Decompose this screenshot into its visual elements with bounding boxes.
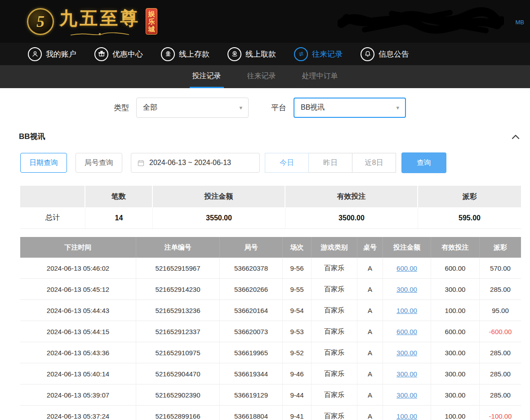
- cell-payout: 285.00: [480, 342, 521, 363]
- cell-order-id: 521652913236: [136, 300, 220, 321]
- withdraw-coin-icon: [227, 47, 241, 61]
- nav-item-announcements[interactable]: 信息公告: [361, 47, 409, 61]
- cell-bet-amount: 100.00: [383, 406, 431, 420]
- col-bet-amount: 投注金额: [383, 237, 431, 258]
- cell-bet-amount: 600.00: [383, 321, 431, 342]
- bell-icon: [361, 47, 374, 61]
- cell-bet-time: 2024-06-13 05:45:12: [20, 279, 136, 299]
- platform-label: 平台: [271, 103, 286, 113]
- logo-number: 5: [36, 12, 45, 31]
- cell-session: 9-52: [283, 342, 312, 363]
- tab-bet-records[interactable]: 投注记录: [190, 65, 224, 88]
- bet-amount-link[interactable]: 100.00: [396, 307, 417, 314]
- type-select[interactable]: 全部 ▾: [136, 98, 249, 118]
- cell-bet-time: 2024-06-13 05:44:43: [20, 300, 136, 321]
- section-title: BB视讯: [19, 131, 45, 142]
- summary-header-empty: [20, 186, 85, 207]
- yesterday-button[interactable]: 昨日: [308, 153, 352, 173]
- cell-table-no: A: [357, 406, 383, 420]
- cell-bet-time: 2024-06-13 05:43:36: [20, 342, 136, 363]
- bet-amount-link[interactable]: 300.00: [396, 370, 417, 378]
- cell-bet-amount: 300.00: [383, 279, 431, 299]
- type-select-value: 全部: [143, 103, 157, 112]
- cell-round-id: 536618804: [220, 406, 283, 420]
- nav-label: 信息公告: [379, 49, 409, 59]
- main-nav: 我的账户 优惠中心 线上存款 线上取款 往来记录: [0, 43, 530, 65]
- cell-table-no: A: [357, 279, 383, 299]
- date-range-input[interactable]: 2024-06-13 ~ 2024-06-13: [131, 153, 260, 173]
- chevron-down-icon: ▾: [239, 104, 242, 111]
- summary-header-payout: 派彩: [418, 186, 521, 207]
- date-query-button[interactable]: 日期查询: [20, 153, 67, 173]
- top-header: 5 九五至尊 娱乐城 MB: [0, 0, 530, 43]
- bet-amount-link[interactable]: 600.00: [396, 328, 417, 335]
- cell-game-type: 百家乐: [312, 258, 357, 278]
- col-round-id: 局号: [220, 237, 283, 258]
- nav-item-my-account[interactable]: 我的账户: [28, 47, 76, 61]
- summary-total-row: 总计 14 3550.00 3500.00 595.00: [20, 207, 521, 229]
- cell-round-id: 536620164: [220, 300, 283, 321]
- cell-round-id: 536620378: [220, 258, 283, 278]
- exchange-icon: [294, 47, 308, 61]
- search-button[interactable]: 查询: [401, 152, 446, 173]
- nav-item-deposit[interactable]: 线上存款: [161, 47, 209, 61]
- summary-bet-value: 3550.00: [153, 207, 285, 228]
- cell-valid-bet: 100.00: [431, 406, 480, 420]
- cell-game-type: 百家乐: [312, 321, 357, 342]
- nav-item-promotions[interactable]: 优惠中心: [94, 47, 143, 61]
- nav-label: 线上存款: [179, 49, 209, 59]
- cell-session: 9-53: [283, 321, 312, 342]
- site-logo[interactable]: 5 九五至尊 娱乐城: [27, 6, 157, 37]
- cell-session: 9-55: [283, 279, 312, 299]
- platform-select[interactable]: BB视讯 ▾: [294, 98, 406, 118]
- cell-table-no: A: [357, 258, 383, 278]
- bet-amount-link[interactable]: 300.00: [396, 286, 417, 293]
- col-table-no: 桌号: [357, 237, 383, 258]
- round-query-button[interactable]: 局号查询: [76, 153, 122, 173]
- summary-header-valid: 有效投注: [285, 186, 418, 207]
- bet-amount-link[interactable]: 300.00: [396, 391, 417, 399]
- table-row: 2024-06-13 05:44:15 521652912337 5366200…: [20, 321, 521, 342]
- bet-amount-link[interactable]: 100.00: [396, 412, 417, 420]
- cell-game-type: 百家乐: [312, 279, 357, 299]
- chevron-up-icon[interactable]: [511, 134, 520, 140]
- quick-date-group: 今日 昨日 近8日: [265, 153, 396, 173]
- cell-bet-time: 2024-06-13 05:37:24: [20, 406, 136, 420]
- table-body: 2024-06-13 05:46:02 521652915967 5366203…: [20, 258, 521, 420]
- cell-session: 9-41: [283, 406, 312, 420]
- last-8-days-button[interactable]: 近8日: [352, 153, 396, 173]
- tab-pending-orders[interactable]: 处理中订单: [299, 65, 341, 88]
- cell-round-id: 536619344: [220, 363, 283, 384]
- bet-amount-link[interactable]: 300.00: [396, 349, 417, 357]
- date-range-value: 2024-06-13 ~ 2024-06-13: [149, 159, 231, 167]
- deposit-coin-icon: [161, 47, 175, 61]
- today-button[interactable]: 今日: [265, 153, 309, 173]
- cell-bet-time: 2024-06-13 05:40:14: [20, 363, 136, 384]
- cell-payout: 95.00: [480, 300, 521, 321]
- summary-table: 笔数 投注金额 有效投注 派彩 总计 14 3550.00 3500.00 59…: [20, 186, 521, 229]
- nav-item-records[interactable]: 往来记录: [294, 47, 343, 61]
- cell-round-id: 536620073: [220, 321, 283, 342]
- cell-valid-bet: 600.00: [431, 321, 480, 342]
- cell-valid-bet: 100.00: [431, 300, 480, 321]
- cell-payout: 285.00: [480, 384, 521, 405]
- cell-bet-time: 2024-06-13 05:46:02: [20, 258, 136, 278]
- cell-bet-amount: 600.00: [383, 258, 431, 278]
- cell-order-id: 521652904470: [136, 363, 220, 384]
- tab-transaction-records[interactable]: 往来记录: [245, 65, 279, 88]
- nav-label: 线上取款: [245, 49, 276, 59]
- record-tabs: 投注记录 往来记录 处理中订单: [0, 65, 530, 88]
- cell-payout: -100.00: [480, 406, 521, 420]
- cell-round-id: 536619129: [220, 384, 283, 405]
- nav-label: 往来记录: [312, 49, 343, 59]
- cell-game-type: 百家乐: [312, 342, 357, 363]
- cell-session: 9-44: [283, 384, 312, 405]
- cell-order-id: 521652902390: [136, 384, 220, 405]
- chevron-down-icon: ▾: [396, 104, 399, 111]
- col-order-id: 注单编号: [136, 237, 220, 258]
- nav-item-withdraw[interactable]: 线上取款: [227, 47, 276, 61]
- cell-bet-amount: 300.00: [383, 363, 431, 384]
- page: 5 九五至尊 娱乐城 MB 我的账户: [0, 0, 530, 420]
- logo-flourish-icon: [68, 31, 131, 37]
- bet-amount-link[interactable]: 600.00: [396, 264, 417, 272]
